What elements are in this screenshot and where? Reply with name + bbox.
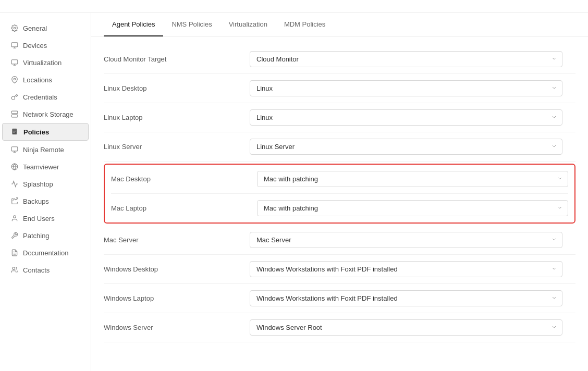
sidebar-item-label-ninja-remote: Ninja Remote xyxy=(23,146,64,154)
policy-select-linux-laptop[interactable]: Linux xyxy=(250,109,562,126)
svg-point-0 xyxy=(14,27,16,29)
policy-select-linux-desktop[interactable]: Linux xyxy=(250,80,562,96)
documentation-icon xyxy=(10,249,19,257)
policy-select-windows-desktop[interactable]: Windows Workstations with Foxit PDF inst… xyxy=(250,261,562,277)
tab-agent-policies[interactable]: Agent Policies xyxy=(104,13,163,36)
svg-rect-11 xyxy=(13,132,15,133)
sidebar-item-general[interactable]: General xyxy=(2,20,89,36)
policies-icon xyxy=(11,128,19,136)
backups-icon xyxy=(10,197,19,205)
sidebar: GeneralDevicesVirtualizationLocationsCre… xyxy=(0,13,91,371)
svg-rect-10 xyxy=(13,131,16,131)
sidebar-item-label-devices: Devices xyxy=(23,42,47,50)
sidebar-item-documentation[interactable]: Documentation xyxy=(2,244,89,261)
policy-row-cloud-monitor-target: Cloud Monitor TargetCloud Monitor xyxy=(104,45,575,74)
svg-rect-1 xyxy=(11,43,18,47)
svg-point-3 xyxy=(14,78,16,80)
policy-label-windows-desktop: Windows Desktop xyxy=(104,265,250,273)
policy-select-wrapper-cloud-monitor-target: Cloud Monitor xyxy=(250,51,562,67)
policy-form: Cloud Monitor TargetCloud MonitorLinux D… xyxy=(91,36,588,351)
sidebar-item-label-general: General xyxy=(23,24,47,32)
policy-select-wrapper-mac-server: Mac Server xyxy=(250,232,562,248)
sidebar-item-backups[interactable]: Backups xyxy=(2,193,89,209)
policy-select-wrapper-linux-server: Linux Server xyxy=(250,139,562,155)
sidebar-item-label-documentation: Documentation xyxy=(23,249,68,257)
svg-rect-9 xyxy=(13,130,16,130)
policy-label-mac-desktop: Mac Desktop xyxy=(111,175,257,183)
policy-select-linux-server[interactable]: Linux Server xyxy=(250,139,562,155)
policy-select-cloud-monitor-target[interactable]: Cloud Monitor xyxy=(250,51,562,67)
svg-point-18 xyxy=(13,267,15,270)
sidebar-item-label-locations: Locations xyxy=(23,76,52,84)
policy-row-linux-laptop: Linux LaptopLinux xyxy=(104,103,575,132)
splashtop-icon xyxy=(10,180,19,188)
tab-nms-policies[interactable]: NMS Policies xyxy=(163,13,220,36)
mac-highlight-box: Mac DesktopMac with patchingMac LaptopMa… xyxy=(104,164,575,224)
devices-icon xyxy=(10,41,19,50)
policy-select-windows-server[interactable]: Windows Server Root xyxy=(250,319,562,336)
sidebar-item-contacts[interactable]: Contacts xyxy=(2,262,89,278)
policy-row-windows-desktop: Windows DesktopWindows Workstations with… xyxy=(104,255,575,284)
sidebar-item-splashtop[interactable]: Splashtop xyxy=(2,176,89,192)
end-users-icon xyxy=(10,214,19,222)
sidebar-item-label-end-users: End Users xyxy=(23,215,55,222)
tab-virtualization[interactable]: Virtualization xyxy=(220,13,276,36)
ninja-remote-icon xyxy=(10,145,19,154)
virtualization-icon xyxy=(10,58,19,67)
sidebar-item-network-storage[interactable]: Network Storage xyxy=(2,106,89,122)
sidebar-item-policies[interactable]: Policies xyxy=(2,123,89,141)
policy-row-mac-laptop: Mac LaptopMac with patching xyxy=(111,194,568,222)
sidebar-item-label-backups: Backups xyxy=(23,197,49,205)
app-body: GeneralDevicesVirtualizationLocationsCre… xyxy=(0,13,588,371)
svg-rect-2 xyxy=(11,60,18,64)
policy-select-wrapper-mac-laptop: Mac with patching xyxy=(257,200,568,216)
policy-select-mac-server[interactable]: Mac Server xyxy=(250,232,562,248)
sidebar-item-label-credentials: Credentials xyxy=(23,93,57,101)
svg-rect-12 xyxy=(11,147,18,151)
sidebar-item-ninja-remote[interactable]: Ninja Remote xyxy=(2,141,89,158)
policy-label-mac-server: Mac Server xyxy=(104,236,250,244)
sidebar-item-label-network-storage: Network Storage xyxy=(23,110,74,118)
sidebar-item-devices[interactable]: Devices xyxy=(2,37,89,54)
contacts-icon xyxy=(10,266,19,274)
general-icon xyxy=(10,24,19,32)
svg-point-15 xyxy=(14,216,16,218)
sidebar-item-end-users[interactable]: End Users xyxy=(2,210,89,227)
policy-label-mac-laptop: Mac Laptop xyxy=(111,204,257,212)
teamviewer-icon xyxy=(10,163,19,171)
sidebar-item-patching[interactable]: Patching xyxy=(2,227,89,244)
policy-label-linux-server: Linux Server xyxy=(104,143,250,151)
policy-label-linux-laptop: Linux Laptop xyxy=(104,114,250,121)
policy-select-mac-desktop[interactable]: Mac with patching xyxy=(257,171,568,187)
svg-rect-4 xyxy=(11,111,18,114)
sidebar-item-teamviewer[interactable]: Teamviewer xyxy=(2,158,89,175)
tab-mdm-policies[interactable]: MDM Policies xyxy=(276,13,334,36)
sidebar-item-credentials[interactable]: Credentials xyxy=(2,89,89,105)
svg-rect-5 xyxy=(11,115,18,117)
policy-label-windows-server: Windows Server xyxy=(104,324,250,331)
app-header xyxy=(0,0,588,13)
policy-select-wrapper-windows-laptop: Windows Workstations with Foxit PDF inst… xyxy=(250,290,562,306)
sidebar-item-label-contacts: Contacts xyxy=(23,266,50,274)
policy-select-windows-laptop[interactable]: Windows Workstations with Foxit PDF inst… xyxy=(250,290,562,306)
sidebar-item-label-patching: Patching xyxy=(23,232,50,240)
network-storage-icon xyxy=(10,110,19,118)
sidebar-item-label-teamviewer: Teamviewer xyxy=(23,163,59,171)
policy-row-linux-desktop: Linux DesktopLinux xyxy=(104,74,575,103)
policy-row-linux-server: Linux ServerLinux Server xyxy=(104,132,575,162)
main-content: Agent PoliciesNMS PoliciesVirtualization… xyxy=(91,13,588,371)
sidebar-item-locations[interactable]: Locations xyxy=(2,71,89,88)
tabs-bar: Agent PoliciesNMS PoliciesVirtualization… xyxy=(91,13,588,36)
policy-select-wrapper-mac-desktop: Mac with patching xyxy=(257,171,568,187)
sidebar-item-virtualization[interactable]: Virtualization xyxy=(2,54,89,71)
policy-label-linux-desktop: Linux Desktop xyxy=(104,84,250,92)
credentials-icon xyxy=(10,93,19,101)
policy-select-wrapper-linux-laptop: Linux xyxy=(250,109,562,126)
policy-select-wrapper-windows-desktop: Windows Workstations with Foxit PDF inst… xyxy=(250,261,562,277)
locations-icon xyxy=(10,76,19,84)
policy-select-mac-laptop[interactable]: Mac with patching xyxy=(257,200,568,216)
sidebar-item-label-virtualization: Virtualization xyxy=(23,59,62,67)
patching-icon xyxy=(10,231,19,240)
policy-select-wrapper-linux-desktop: Linux xyxy=(250,80,562,96)
policy-row-mac-server: Mac ServerMac Server xyxy=(104,226,575,255)
